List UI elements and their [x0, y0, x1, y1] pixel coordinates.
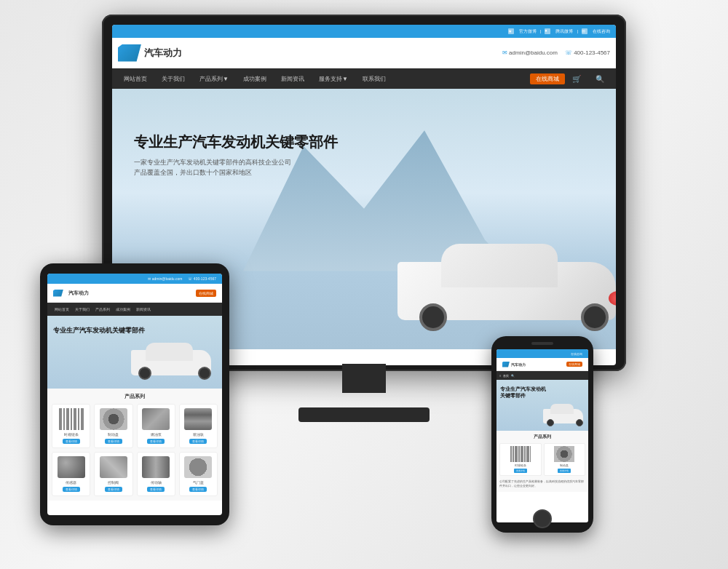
product-name-8: 气门盖 — [193, 480, 204, 485]
official-weibo-link[interactable]: 官方微博 — [519, 28, 537, 35]
product-btn-8[interactable]: 查看详情 — [189, 487, 207, 492]
tablet-logo-text: 汽车动力 — [68, 290, 89, 297]
product-card-2: 制动盘 查看详情 — [94, 404, 132, 448]
tablet-nav-about[interactable]: 关于我们 — [72, 303, 92, 316]
tablet-wheel2 — [198, 367, 211, 380]
phone-website: 在线咨询 汽车动力 在线商城 ≡ 首页 🔍 — [496, 349, 588, 492]
product-img-4 — [184, 408, 212, 430]
site-logo: 汽车动力 — [118, 44, 182, 62]
tablet-logo-icon — [53, 290, 63, 297]
email-icon: ✉ — [502, 49, 509, 56]
site-topbar: ★ 官方微博 | ♦ 腾讯微博 | ✉ 在线咨询 — [112, 25, 616, 38]
product-btn-2[interactable]: 查看详情 — [105, 439, 122, 444]
tablet-wheel1 — [138, 367, 151, 380]
phone-nav: ≡ 首页 🔍 — [496, 371, 588, 380]
phone-logo-icon — [502, 362, 510, 367]
phone-products-title: 产品系列 — [499, 434, 585, 440]
phone-product-btn-1[interactable]: 查看详情 — [514, 469, 527, 473]
phone-topbar: 在线咨询 — [496, 349, 588, 358]
phone-hero-title: 专业生产汽车发动机关键零部件 — [500, 386, 547, 399]
product-btn-6[interactable]: 查看详情 — [105, 487, 122, 492]
nav-home[interactable]: 网站首页 — [116, 68, 154, 89]
phone-info: ☏ 400-123-4567 — [565, 49, 610, 56]
nav-cases[interactable]: 成功案例 — [236, 68, 274, 89]
weibo-icon: ★ — [508, 28, 514, 34]
phone-nav-home[interactable]: 首页 — [503, 374, 509, 378]
phone-car — [543, 398, 587, 427]
product-card-5: 传感器 查看详情 — [52, 452, 90, 496]
logo-text: 汽车动力 — [144, 47, 182, 60]
phone-header: 汽车动力 在线商城 — [496, 358, 588, 371]
divider2: | — [577, 29, 578, 33]
product-btn-3[interactable]: 查看详情 — [147, 439, 165, 444]
tablet-logo: 汽车动力 — [53, 290, 89, 297]
tencent-icon: ♦ — [545, 28, 550, 34]
phone-menu-icon[interactable]: ≡ — [499, 374, 501, 378]
phone-logo: 汽车动力 — [502, 362, 526, 367]
chat-icon: ✉ — [582, 28, 587, 34]
product-img-5 — [58, 456, 85, 478]
phone-wheel2 — [576, 419, 583, 426]
tablet-nav-products[interactable]: 产品系列 — [92, 303, 113, 316]
phone-nav-search[interactable]: 🔍 — [511, 374, 515, 378]
product-name-1: 时规链条 — [64, 432, 79, 437]
product-img-6 — [100, 456, 127, 478]
phone-product-img-2 — [554, 446, 574, 462]
cart-icon[interactable]: 🛒 — [565, 68, 588, 89]
tablet-nav-cases[interactable]: 成功案例 — [113, 303, 133, 316]
phone-screen: 在线咨询 汽车动力 在线商城 ≡ 首页 🔍 — [496, 349, 588, 522]
car-roof — [441, 244, 558, 287]
phone-car-roof — [550, 404, 574, 414]
hero-title: 专业生产汽车发动机关键零部件 — [134, 132, 338, 151]
product-name-6: 控制阀 — [108, 480, 119, 485]
phone-shop-btn[interactable]: 在线商城 — [566, 362, 582, 367]
product-btn-4[interactable]: 查看详情 — [189, 439, 207, 444]
online-consult-link[interactable]: 在线咨询 — [593, 28, 610, 35]
product-name-2: 制动盘 — [108, 432, 119, 437]
tablet-hero: 专业生产汽车发动机关键零部件 — [47, 316, 222, 389]
product-card-4: 喷油轨 查看详情 — [179, 404, 218, 448]
tablet-email: ✉ admin@baidu.com — [148, 276, 182, 281]
wheel-front — [419, 303, 447, 331]
shop-button[interactable]: 在线商城 — [530, 73, 565, 84]
phone-product-name-1: 时规链条 — [515, 463, 526, 467]
tablet-nav-home[interactable]: 网站首页 — [52, 303, 72, 316]
hero-subtitle-1: 一家专业生产汽车发动机关键零部件的高科技企业公司 — [134, 157, 338, 167]
tablet-products: 产品系列 时规链条 查看详情 制动盘 查看详情 — [47, 389, 222, 501]
product-btn-7[interactable]: 查看详情 — [147, 487, 165, 492]
car-image — [397, 218, 616, 335]
tablet-website: ✉ admin@baidu.com ☏ 400-123-4567 汽车动力 在线… — [47, 274, 222, 501]
nav-service[interactable]: 服务支持▼ — [312, 68, 355, 89]
tencent-weibo-link[interactable]: 腾讯微博 — [555, 28, 573, 35]
product-img-1 — [58, 408, 85, 430]
product-img-7 — [142, 456, 170, 478]
product-card-8: 气门盖 查看详情 — [179, 452, 218, 496]
phone-icon: ☏ — [565, 49, 574, 56]
email-info: ✉ admin@baidu.com — [502, 49, 558, 56]
phone-product-btn-2[interactable]: 查看详情 — [558, 469, 571, 473]
phone-products-grid: 时规链条 查看详情 制动盘 查看详情 — [499, 443, 585, 476]
nav-contact[interactable]: 联系我们 — [355, 68, 393, 89]
tablet-shop-btn[interactable]: 在线商城 — [196, 290, 216, 297]
topbar-links: ★ 官方微博 | ♦ 腾讯微博 | ✉ 在线咨询 — [508, 28, 610, 35]
wheel-rear — [581, 303, 609, 331]
search-icon[interactable]: 🔍 — [588, 68, 612, 89]
scene: ★ 官方微博 | ♦ 腾讯微博 | ✉ 在线咨询 — [0, 0, 728, 569]
nav-about[interactable]: 关于我们 — [154, 68, 192, 89]
product-btn-1[interactable]: 查看详情 — [63, 439, 80, 444]
nav-products[interactable]: 产品系列▼ — [192, 68, 236, 89]
product-card-6: 控制阀 查看详情 — [94, 452, 132, 496]
tablet-topbar: ✉ admin@baidu.com ☏ 400-123-4567 — [47, 274, 222, 284]
product-name-3: 燃油泵 — [151, 432, 162, 437]
product-btn-5[interactable]: 查看详情 — [63, 487, 80, 492]
tablet-screen: ✉ admin@baidu.com ☏ 400-123-4567 汽车动力 在线… — [47, 274, 222, 515]
nav-news[interactable]: 新闻资讯 — [274, 68, 312, 89]
phone-logo-text: 汽车动力 — [511, 362, 526, 367]
email-value: admin@baidu.com — [509, 49, 558, 56]
tablet-products-grid: 时规链条 查看详情 制动盘 查看详情 燃油泵 查看详情 — [52, 404, 218, 496]
product-name-7: 传动轴 — [151, 480, 162, 485]
tablet-nav-news[interactable]: 新闻资讯 — [133, 303, 154, 316]
monitor-stand — [291, 364, 437, 422]
product-img-3 — [142, 408, 170, 430]
phone-product-img-1 — [510, 446, 531, 462]
